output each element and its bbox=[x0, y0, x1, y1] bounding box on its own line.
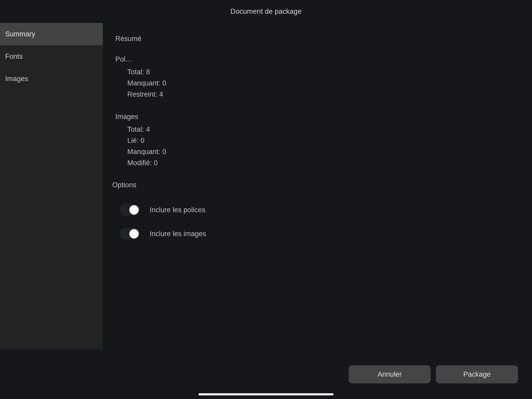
include-images-label: Inclure les images bbox=[150, 230, 206, 238]
images-summary-group: Images Total: 4 Lié: 0 Manquant: 0 Modif… bbox=[115, 113, 520, 169]
include-fonts-label: Inclure les polices bbox=[150, 206, 205, 214]
sidebar-item-label: Images bbox=[5, 75, 28, 83]
fonts-summary-group: Polices Total: 8 Manquant: 0 Restreint: … bbox=[115, 55, 520, 100]
options-heading: Options bbox=[112, 181, 520, 189]
sidebar: Summary Fonts Images bbox=[0, 23, 103, 350]
sidebar-item-label: Summary bbox=[5, 30, 35, 38]
footer: Annuler Package bbox=[0, 350, 532, 399]
include-images-toggle[interactable] bbox=[119, 228, 140, 240]
images-modified: Modifié: 0 bbox=[127, 157, 520, 169]
fonts-group-title: Polices bbox=[115, 55, 134, 63]
images-missing: Manquant: 0 bbox=[127, 146, 520, 157]
images-total: Total: 4 bbox=[127, 124, 520, 135]
toggle-knob bbox=[129, 229, 139, 238]
main-content: Résumé Polices Total: 8 Manquant: 0 Rest… bbox=[103, 23, 532, 350]
summary-heading: Résumé bbox=[115, 35, 520, 43]
sidebar-item-label: Fonts bbox=[5, 52, 23, 61]
home-indicator[interactable] bbox=[198, 393, 334, 395]
fonts-missing: Manquant: 0 bbox=[127, 78, 520, 89]
cancel-button[interactable]: Annuler bbox=[349, 365, 431, 383]
toggle-knob bbox=[129, 205, 139, 215]
images-linked: Lié: 0 bbox=[127, 135, 520, 146]
sidebar-item-fonts[interactable]: Fonts bbox=[0, 45, 103, 68]
sidebar-item-images[interactable]: Images bbox=[0, 68, 103, 90]
titlebar-title: Document de package bbox=[230, 8, 302, 16]
package-button[interactable]: Package bbox=[436, 365, 518, 383]
toggle-row-include-images: Inclure les images bbox=[115, 228, 520, 240]
sidebar-item-summary[interactable]: Summary bbox=[0, 23, 103, 45]
images-group-title: Images bbox=[115, 113, 520, 121]
toggle-row-include-fonts: Inclure les polices bbox=[115, 204, 520, 216]
titlebar: Document de package bbox=[0, 0, 532, 23]
fonts-restricted: Restreint: 4 bbox=[127, 89, 520, 100]
fonts-total: Total: 8 bbox=[127, 66, 520, 78]
include-fonts-toggle[interactable] bbox=[119, 204, 140, 216]
